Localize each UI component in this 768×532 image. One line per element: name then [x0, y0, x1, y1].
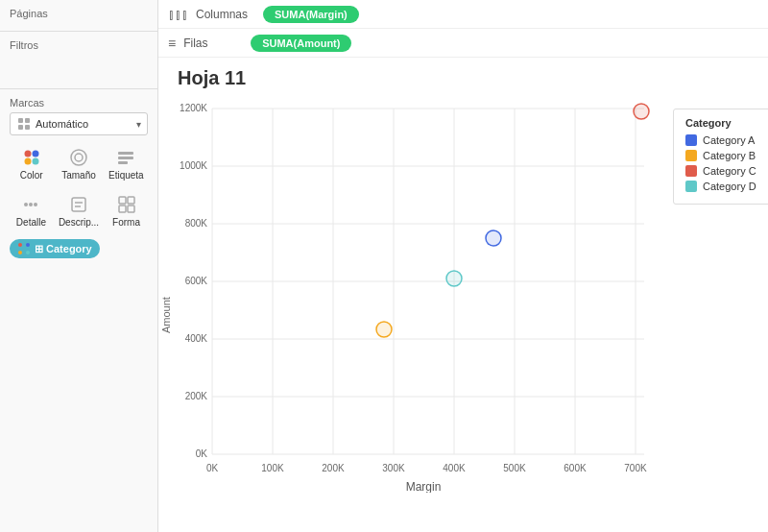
legend-color-c [685, 165, 697, 177]
mark-forma[interactable]: Forma [105, 190, 148, 231]
svg-point-26 [26, 251, 30, 254]
legend-item-c: Category C [685, 165, 768, 177]
filtros-section: Filtros [0, 32, 157, 89]
filas-label: Filas [183, 36, 241, 50]
svg-point-7 [32, 158, 38, 165]
svg-text:200K: 200K [322, 463, 345, 473]
svg-text:200K: 200K [185, 391, 208, 401]
y-axis-label: Amount [158, 99, 174, 532]
marcas-section: Marcas Automático ▾ [0, 89, 157, 532]
legend-label-a: Category A [703, 134, 755, 146]
svg-point-14 [29, 203, 33, 206]
svg-point-8 [71, 150, 86, 165]
columnas-row: ⫿⫿⫿ Columnas SUMA(Margin) [158, 0, 768, 29]
tamaño-label: Tamaño [61, 170, 96, 181]
automático-dropdown[interactable]: Automático ▾ [10, 112, 148, 135]
category-pill[interactable]: ⊞ Category [10, 239, 100, 258]
category-pill-label: ⊞ Category [35, 243, 92, 255]
automático-label: Automático [36, 118, 136, 130]
color-label: Color [20, 170, 43, 181]
chart-svg: 0K 200K 400K 600K 800K 1000K 1200K 0K 10… [174, 99, 673, 493]
svg-rect-0 [18, 118, 23, 123]
svg-rect-3 [25, 125, 30, 130]
marcas-label: Marcas [10, 97, 148, 109]
legend-item-a: Category A [685, 134, 768, 146]
forma-label: Forma [112, 217, 140, 228]
svg-text:500K: 500K [503, 463, 526, 473]
svg-point-9 [75, 154, 83, 161]
svg-rect-10 [118, 152, 133, 155]
svg-point-25 [18, 251, 22, 254]
legend-label-b: Category B [703, 150, 756, 161]
svg-text:100K: 100K [261, 463, 284, 473]
chart-plot-area: Amount [158, 99, 673, 532]
svg-text:600K: 600K [564, 463, 587, 473]
detalle-icon [20, 194, 41, 215]
etiqueta-icon [115, 147, 136, 168]
svg-text:700K: 700K [624, 463, 647, 473]
svg-point-4 [24, 151, 31, 157]
svg-rect-12 [118, 161, 128, 164]
svg-rect-19 [119, 197, 126, 204]
mark-tamaño[interactable]: Tamaño [57, 143, 100, 184]
mark-color[interactable]: Color [10, 143, 53, 184]
automático-icon [16, 116, 32, 132]
suma-margin-pill[interactable]: SUMA(Margin) [263, 6, 359, 23]
columnas-icon: ⫿⫿⫿ [168, 7, 188, 22]
datapoint-d[interactable] [446, 271, 462, 286]
paginas-label: Páginas [10, 8, 148, 19]
svg-rect-2 [18, 125, 23, 130]
marks-grid: Color Tamaño [10, 143, 148, 184]
svg-point-6 [24, 158, 31, 165]
suma-amount-pill[interactable]: SUMA(Amount) [251, 35, 351, 52]
dropdown-arrow-icon: ▾ [136, 119, 141, 130]
descrip-icon [68, 194, 89, 215]
svg-point-24 [26, 243, 30, 247]
category-dots-icon [17, 242, 31, 255]
datapoint-b[interactable] [376, 322, 392, 337]
svg-text:400K: 400K [443, 463, 466, 473]
chart-inner: 0K 200K 400K 600K 800K 1000K 1200K 0K 10… [174, 99, 673, 532]
paginas-section: Páginas [0, 0, 157, 32]
main-container: Páginas Filtros Marcas Automático ▾ [0, 0, 768, 532]
legend-label-d: Category D [703, 181, 756, 192]
filas-row: ≡ Filas SUMA(Amount) [158, 29, 768, 58]
legend-item-b: Category B [685, 150, 768, 161]
svg-text:1200K: 1200K [180, 103, 207, 113]
svg-text:0K: 0K [206, 463, 219, 473]
filtros-label: Filtros [10, 39, 148, 51]
legend-color-b [685, 150, 697, 161]
forma-icon [116, 194, 137, 215]
mark-etiqueta[interactable]: Etiqueta [105, 143, 148, 184]
legend-item-d: Category D [685, 181, 768, 192]
svg-text:600K: 600K [185, 276, 208, 286]
datapoint-a[interactable] [486, 230, 501, 246]
chart-wrapper: Hoja 11 Amount [158, 58, 768, 532]
legend-label-c: Category C [703, 165, 756, 177]
svg-point-5 [32, 151, 38, 157]
svg-point-13 [24, 203, 28, 206]
svg-rect-1 [25, 118, 30, 123]
svg-rect-21 [119, 206, 126, 212]
svg-rect-16 [72, 198, 85, 211]
chart-and-legend: Amount [158, 99, 768, 532]
mark-descrip[interactable]: Descrip... [57, 190, 101, 231]
svg-point-23 [18, 243, 22, 247]
mark-detalle[interactable]: Detalle [10, 190, 53, 231]
etiqueta-label: Etiqueta [108, 170, 144, 181]
filas-icon: ≡ [168, 36, 176, 51]
legend-title: Category [685, 117, 768, 129]
columnas-label: Columnas [196, 8, 253, 21]
svg-point-15 [34, 203, 37, 206]
content-area: ⫿⫿⫿ Columnas SUMA(Margin) ≡ Filas SUMA(A… [158, 0, 768, 532]
x-axis-title-text: Margin [406, 480, 442, 493]
legend-color-a [685, 134, 697, 146]
svg-text:400K: 400K [185, 333, 208, 344]
chart-title: Hoja 11 [168, 67, 768, 89]
tamaño-icon [68, 147, 89, 168]
marks-grid2: Detalle Descrip... [10, 190, 148, 231]
legend: Category Category A Category B Category … [673, 109, 768, 205]
datapoint-c[interactable] [634, 104, 649, 119]
color-icon [21, 147, 42, 168]
svg-rect-22 [128, 206, 134, 212]
